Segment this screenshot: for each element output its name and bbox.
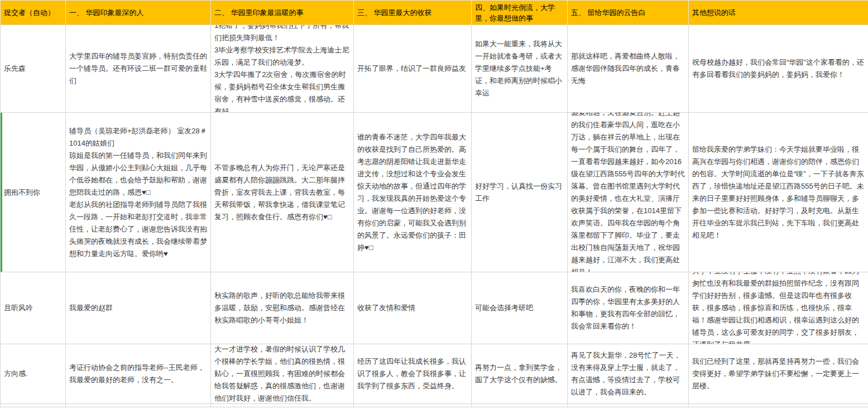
submitter-name: 乐先森 — [1, 25, 65, 112]
cell-q2[interactable]: 秋实路的歌声，好听的歌总能给我带来很多温暖，鼓励，安慰和感动。感谢曾经在秋实路唱… — [211, 272, 354, 344]
answer-text: 我们已经到了这里，那就再坚持再努力一些，我们会变得更好，希望学弟学妹们不要松懈，… — [689, 344, 868, 403]
table-row: 拥抱不到你 辅导员（吴琼老师+彭洪磊老师） 室友28＃1014的姑娘们 琼姐是我… — [1, 113, 868, 272]
answer-text: 好好学习，认真找一份实习工作 — [472, 113, 567, 272]
answer-text: 大学毕业没有学士服，没有毕业照，没有聚餐，因为匆忙也没有和我最爱的群姐拍照留作纪… — [689, 272, 868, 344]
cell-q1[interactable]: 我最爱的赵群 — [66, 272, 211, 344]
cell-other[interactable]: 留给我亲爱的学弟学妹们：今天学姐就要毕业啦，很高兴在华园与你们相遇，谢谢你们的陪… — [689, 113, 868, 272]
cell-q4[interactable]: 如果大一能重来，我将从大一开始就准备考研，或者大学里继续多学点技能+考证，和老师… — [472, 25, 568, 113]
answer-text: 祝母校越办越好，我们会常回“华园”这个家看看的，还有多回看看我们的姜妈妈的，姜妈… — [689, 25, 868, 112]
answer-text: 再见了我大新华，28号忙了一天，没有来得及穿上学士服，就走了，有点遗憾，等疫情过… — [568, 344, 688, 403]
header-q1: 一、 华园印象最深的人 — [66, 1, 211, 25]
submitter-name: 方向感. — [1, 344, 65, 403]
cell-q4[interactable]: 好好学习，认真找一份实习工作 — [472, 113, 568, 272]
cell-q1[interactable]: 考证行动协会之前的指导老师--王民老师，我最爱的最好的老师，没有之一。 — [66, 344, 211, 404]
header-q4-label: 四、如果时光倒流，大学里，你最想做的事 — [472, 2, 567, 23]
answer-text: 不管多晚总有人为你开门，无论严寒还是盛夏都有人陪你蹦蹦跳跳。大二那年腿摔骨折，室… — [211, 113, 353, 272]
header-q3-label: 三、 华园里最大的收获 — [354, 7, 471, 18]
header-q2-label: 二、 华园里印象最温暖的事 — [211, 7, 353, 18]
cell-submitter[interactable]: 方向感. — [1, 344, 66, 404]
header-q5-label: 五、 留给华园的云告白 — [568, 7, 688, 18]
cell-q4[interactable]: 可能会选择考研吧 — [472, 272, 568, 344]
header-other-label: 其他想说的话 — [689, 7, 868, 18]
answer-text: 谁的青春不迷茫，大学四年我最大的收获是找到了自己所热爱的。高考志愿的阴差阳错让我… — [354, 113, 471, 272]
cell-q4[interactable] — [472, 404, 568, 407]
header-q4: 四、如果时光倒流，大学里，你最想做的事 — [472, 1, 568, 25]
cell-q3[interactable] — [354, 404, 472, 407]
cell-submitter[interactable]: 拥抱不到你 — [1, 113, 66, 272]
table-row: 且听风吟 我最爱的赵群 秋实路的歌声，好听的歌总能给我带来很多温暖，鼓励，安慰和… — [1, 272, 868, 344]
cell-q1[interactable]: 大学里四年的辅导员姜宜婷，特别负责任的一个辅导员。还有环设二班一群可爱的童鞋们 — [66, 25, 211, 113]
header-other: 其他想说的话 — [689, 1, 868, 25]
answer-text: 开拓了眼界，结识了一群良师益友 — [354, 25, 471, 112]
submitter-name: 拥抱不到你 — [1, 113, 65, 272]
header-q1-label: 一、 华园印象最深的人 — [66, 7, 210, 18]
cell-other[interactable] — [689, 404, 868, 407]
responses-table: 提交者（自动） 一、 华园印象最深的人 二、 华园里印象最温暖的事 三、 华园里… — [0, 0, 868, 407]
cell-q1[interactable]: 辅导员（吴琼老师+彭洪磊老师） 室友28＃1014的姑娘们 琼姐是我的第一任辅导… — [66, 113, 211, 272]
cell-other[interactable]: 我们已经到了这里，那就再坚持再努力一些，我们会变得更好，希望学弟学妹们不要松懈，… — [689, 344, 868, 404]
cell-q2[interactable]: 1犯错了，姜妈妈帮我们扛下了所有，帮我们把损失降到最低！ 3毕业考察学校安排艺术… — [211, 25, 354, 113]
cell-submitter[interactable]: 乐先森 — [1, 25, 66, 113]
answer-text: 秋实路的歌声，好听的歌总能给我带来很多温暖，鼓励，安慰和感动。感谢曾经在秋实路唱… — [211, 272, 353, 344]
cell-q5[interactable]: 那就这样吧，再爱都曲终人散啦，感谢华园伴随我四年的成长，青春无悔 — [568, 25, 689, 113]
answer-text: 1犯错了，姜妈妈帮我们扛下了所有，帮我们把损失降到最低！ 3毕业考察学校安排艺术… — [211, 25, 353, 112]
header-q3: 三、 华园里最大的收获 — [354, 1, 472, 25]
cell-q3[interactable]: 经历了这四年让我成长很多，我认识了很多人，教会了我很多事，让我学到了很多东西，受… — [354, 344, 472, 404]
cell-q4[interactable]: 再努力一点，拿到奖学金，圆了大学这个仅有的缺憾。 — [472, 344, 568, 404]
answer-text: 大学里四年的辅导员姜宜婷，特别负责任的一个辅导员。还有环设二班一群可爱的童鞋们 — [66, 25, 210, 112]
cell-q2[interactable]: 大一才进学校，暑假的时候认识了学校几个很棒的学长学姐，他们真的很热情，很贴心，一… — [211, 344, 354, 404]
cell-q5[interactable]: 盛夏相遇，又在盛夏告别。赶上趟的我们住着豪华四人间，逛吃在小万达，躺在祥云的草地… — [568, 113, 689, 272]
header-q5: 五、 留给华园的云告白 — [568, 1, 689, 25]
cell-q5[interactable]: 再见了我大新华，28号忙了一天，没有来得及穿上学士服，就走了，有点遗憾，等疫情过… — [568, 344, 689, 404]
answer-text: 盛夏相遇，又在盛夏告别。赶上趟的我们住着豪华四人间，逛吃在小万达，躺在祥云的草地… — [568, 113, 688, 272]
table-row: 方向感. 考证行动协会之前的指导老师--王民老师，我最爱的最好的老师，没有之一。… — [1, 344, 868, 404]
cell-q3[interactable]: 谁的青春不迷茫，大学四年我最大的收获是找到了自己所热爱的。高考志愿的阴差阳错让我… — [354, 113, 472, 272]
header-submitter: 提交者（自动） — [1, 1, 66, 25]
answer-text: 留给我亲爱的学弟学妹们：今天学姐就要毕业啦，很高兴在华园与你们相遇，谢谢你们的陪… — [689, 113, 868, 272]
cell-q2[interactable] — [211, 404, 354, 407]
cell-q1[interactable] — [66, 404, 211, 407]
cell-q2[interactable]: 不管多晚总有人为你开门，无论严寒还是盛夏都有人陪你蹦蹦跳跳。大二那年腿摔骨折，室… — [211, 113, 354, 272]
submitter-name: 且听风吟 — [1, 272, 65, 344]
answer-text: 我喜欢白天的你，夜晚的你和一年四季的你，华园里有太多美好的人和事物，更我有四年全… — [568, 272, 688, 344]
answer-text: 如果大一能重来，我将从大一开始就准备考研，或者大学里继续多学点技能+考证，和老师… — [472, 25, 567, 112]
answer-text: 经历了这四年让我成长很多，我认识了很多人，教会了我很多事，让我学到了很多东西，受… — [354, 344, 471, 403]
cell-other[interactable]: 大学毕业没有学士服，没有毕业照，没有聚餐，因为匆忙也没有和我最爱的群姐拍照留作纪… — [689, 272, 868, 344]
header-q2: 二、 华园里印象最温暖的事 — [211, 1, 354, 25]
active-row-indicator — [1, 113, 2, 272]
cell-submitter[interactable]: 且听风吟 — [1, 272, 66, 344]
table-row-partial — [1, 404, 868, 407]
answer-text: 大一才进学校，暑假的时候认识了学校几个很棒的学长学姐，他们真的很热情，很贴心，一… — [211, 344, 353, 403]
cell-q5[interactable]: 我喜欢白天的你，夜晚的你和一年四季的你，华园里有太多美好的人和事物，更我有四年全… — [568, 272, 689, 344]
answer-text: 收获了友情和爱情 — [354, 272, 471, 344]
cell-other[interactable]: 祝母校越办越好，我们会常回“华园”这个家看看的，还有多回看看我们的姜妈妈的，姜妈… — [689, 25, 868, 113]
answer-text: 辅导员（吴琼老师+彭洪磊老师） 室友28＃1014的姑娘们 琼姐是我的第一任辅导… — [66, 113, 210, 272]
header-row: 提交者（自动） 一、 华园印象最深的人 二、 华园里印象最温暖的事 三、 华园里… — [1, 1, 868, 25]
answer-text: 可能会选择考研吧 — [472, 272, 567, 344]
cell-submitter[interactable] — [1, 404, 66, 407]
cell-q5[interactable] — [568, 404, 689, 407]
answer-text: 那就这样吧，再爱都曲终人散啦，感谢华园伴随我四年的成长，青春无悔 — [568, 25, 688, 112]
cell-q3[interactable]: 开拓了眼界，结识了一群良师益友 — [354, 25, 472, 113]
answer-text: 我最爱的赵群 — [66, 272, 210, 344]
cell-q3[interactable]: 收获了友情和爱情 — [354, 272, 472, 344]
header-submitter-label: 提交者（自动） — [1, 7, 65, 18]
answer-text: 再努力一点，拿到奖学金，圆了大学这个仅有的缺憾。 — [472, 344, 567, 403]
table-row: 乐先森 大学里四年的辅导员姜宜婷，特别负责任的一个辅导员。还有环设二班一群可爱的… — [1, 25, 868, 113]
answer-text: 考证行动协会之前的指导老师--王民老师，我最爱的最好的老师，没有之一。 — [66, 344, 210, 403]
